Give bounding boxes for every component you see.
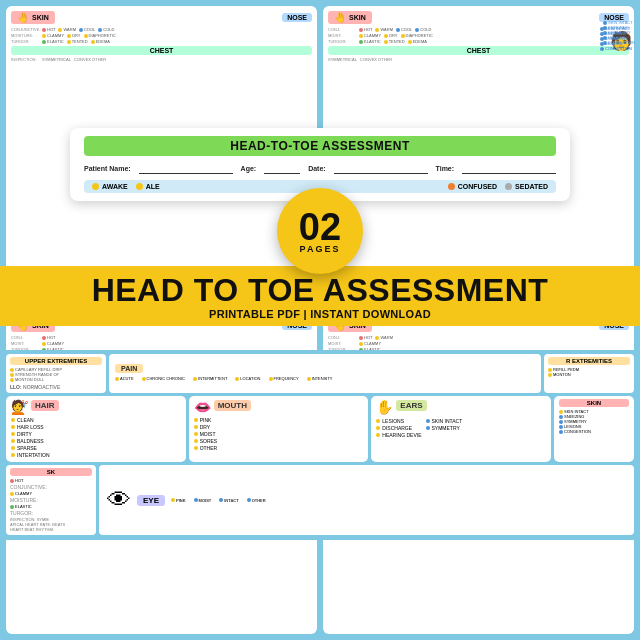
ears-icon: ✋ — [376, 399, 393, 415]
hair-icon: 💇 — [11, 399, 28, 415]
eye-title: EYE — [137, 495, 165, 506]
eye-items: PINK MOIST INTACT OTHER — [171, 498, 266, 503]
right-extremities-card: R EXTREMITIES REFILL PEDM MONTON — [544, 354, 634, 393]
page-root: 🤚 SKIN NOSE CONJUNCTIVE: HOT WARM COOL C… — [0, 0, 640, 640]
pain-title: PAIN — [115, 364, 143, 373]
hair-dirty: DIRTY — [17, 431, 32, 437]
pain-chronic: CHRONIC CHRONIC — [147, 376, 185, 381]
mouth-icon: 👄 — [194, 399, 211, 415]
mouth-card: 👄 MOUTH PINK DRY MOIST SORES OTHER — [189, 396, 369, 462]
extremities-pain-row: UPPER EXTREMITIES CAPILLARY REFILL DRIP … — [6, 354, 634, 393]
cons-label-alert: ALE — [146, 183, 160, 190]
number-badge: 02 PAGES — [277, 188, 363, 274]
pain-frequency: FREQUENCY — [274, 376, 299, 381]
hair-intertation: INTERTATION — [17, 452, 50, 458]
hair-hair-loss: HAIR LOSS — [17, 424, 44, 430]
skin-badge-tr: 🤚 SKIN — [328, 11, 372, 24]
date-label: Date: — [308, 165, 326, 172]
cons-label-awake: AWAKE — [102, 183, 128, 190]
pain-intermittent: INTERMITTENT — [198, 376, 227, 381]
hair-sparse: SPARSE — [17, 445, 37, 451]
subtitle: PRINTABLE PDF | INSTANT DOWNLOAD — [0, 308, 640, 320]
skin-glimpse-right: SKIN SKIN INTACT SNEEZING SYMMETRY LESIO… — [554, 396, 634, 462]
pain-acute: ACUTE — [120, 376, 134, 381]
hair-clean: CLEAN — [17, 417, 34, 423]
age-field[interactable] — [264, 162, 300, 174]
age-label: Age: — [241, 165, 257, 172]
skin-badge-tl: 🤚 SKIN — [11, 11, 55, 24]
cons-dot-sedated — [505, 183, 512, 190]
pain-intensity: INTENSITY — [312, 376, 333, 381]
ears-card: ✋ EARS LESIONS DISCHARGE HEARING DEVIE S… — [371, 396, 551, 462]
patient-info-row: Patient Name: Age: Date: Time: — [84, 162, 556, 174]
ears-title: EARS — [396, 400, 426, 411]
form-title: HEAD-TO-TOE ASSESSMENT — [84, 136, 556, 156]
badge-number: 02 — [299, 208, 341, 246]
left-extremities-card: UPPER EXTREMITIES CAPILLARY REFILL DRIP … — [6, 354, 106, 393]
cons-sedated: SEDATED — [505, 183, 548, 190]
left-page-glimpse: SK HOT CONJUNCTIVE: CLAMMY MOISTURE: ELA… — [6, 465, 96, 535]
bottom-section: UPPER EXTREMITIES CAPILLARY REFILL DRIP … — [0, 350, 640, 540]
cons-confused: CONFUSED — [448, 183, 497, 190]
time-field[interactable] — [462, 162, 556, 174]
cons-alert: ALE — [136, 183, 160, 190]
date-field[interactable] — [334, 162, 428, 174]
pain-items: ACUTE CHRONIC CHRONIC INTERMITTENT LOCAT… — [115, 376, 535, 381]
hair-title: HAIR — [31, 400, 59, 411]
cons-dot-confused — [448, 183, 455, 190]
eye-icon: 👁 — [107, 486, 131, 514]
cons-dot-awake — [92, 183, 99, 190]
yellow-banner: HEAD TO TOE ASSESSMENT PRINTABLE PDF | I… — [0, 266, 640, 326]
pain-card: PAIN ACUTE CHRONIC CHRONIC INTERMITTENT … — [109, 354, 541, 393]
time-label: Time: — [436, 165, 455, 172]
eye-row: SK HOT CONJUNCTIVE: CLAMMY MOISTURE: ELA… — [6, 465, 634, 535]
cons-label-confused: CONFUSED — [458, 183, 497, 190]
cons-label-sedated: SEDATED — [515, 183, 548, 190]
patient-name-label: Patient Name: — [84, 165, 131, 172]
hair-baldness: BALDNESS — [17, 438, 44, 444]
mouth-title: MOUTH — [214, 400, 251, 411]
cons-awake: AWAKE — [92, 183, 128, 190]
patient-name-field[interactable] — [139, 162, 233, 174]
nose-badge-tl: NOSE — [282, 13, 312, 22]
main-title: HEAD TO TOE ASSESSMENT — [0, 274, 640, 308]
body-cards-row: 💇 HAIR CLEAN HAIR LOSS DIRTY BALDNESS SP… — [6, 396, 634, 462]
badge-label: PAGES — [300, 244, 341, 254]
pain-location: LOCATION — [240, 376, 260, 381]
eye-card: 👁 EYE PINK MOIST INTACT OTHER — [99, 465, 634, 535]
cons-dot-alert — [136, 183, 143, 190]
hair-card: 💇 HAIR CLEAN HAIR LOSS DIRTY BALDNESS SP… — [6, 396, 186, 462]
